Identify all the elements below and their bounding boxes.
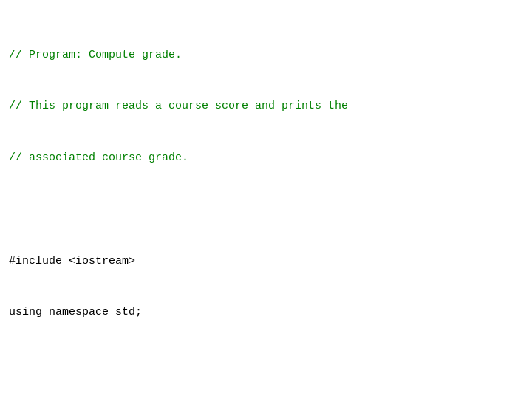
code-line-6: using namespace std; bbox=[9, 304, 523, 321]
code-editor: // Program: Compute grade. // This progr… bbox=[9, 12, 523, 399]
code-line-2: // This program reads a course score and… bbox=[9, 98, 523, 115]
code-line-1: // Program: Compute grade. bbox=[9, 47, 523, 64]
code-line-3: // associated course grade. bbox=[9, 149, 523, 166]
code-line-5: #include <iostream> bbox=[9, 253, 523, 270]
code-line-7 bbox=[9, 355, 523, 372]
code-line-4 bbox=[9, 201, 523, 218]
